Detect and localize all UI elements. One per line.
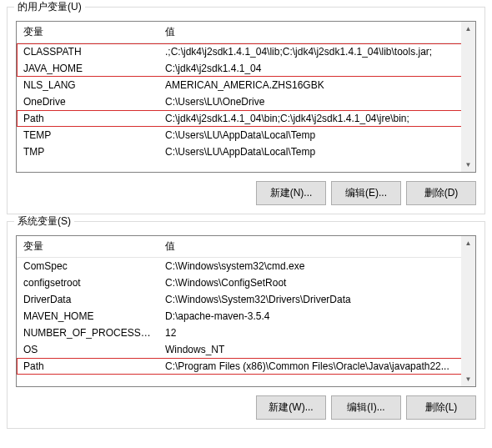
scroll-down-icon[interactable]: ▼ xyxy=(461,158,475,172)
table-row[interactable]: JAVA_HOMEC:\jdk4\j2sdk1.4.1_04 xyxy=(17,60,475,77)
scroll-down-icon[interactable]: ▼ xyxy=(461,372,475,386)
cell-variable: TEMP xyxy=(17,127,158,143)
cell-variable: CLASSPATH xyxy=(17,43,158,61)
scroll-up-icon[interactable]: ▲ xyxy=(461,236,475,250)
table-row[interactable]: NLS_LANGAMERICAN_AMERICA.ZHS16GBK xyxy=(17,77,475,93)
table-row[interactable]: TMPC:\Users\LU\AppData\Local\Temp xyxy=(17,143,475,160)
sys-new-button[interactable]: 新建(W)... xyxy=(256,395,326,420)
table-row[interactable]: PathC:\Program Files (x86)\Common Files\… xyxy=(17,358,475,375)
user-edit-button[interactable]: 编辑(E)... xyxy=(331,181,401,205)
user-col-value[interactable]: 值 xyxy=(158,22,475,43)
scroll-up-icon[interactable]: ▲ xyxy=(461,22,475,36)
cell-variable: TMP xyxy=(17,143,158,160)
cell-variable: OS xyxy=(17,341,158,358)
user-scrollbar[interactable]: ▲ ▼ xyxy=(461,22,475,172)
cell-value: C:\Windows\System32\Drivers\DriverData xyxy=(158,291,475,308)
sys-delete-button[interactable]: 删除(L) xyxy=(406,395,476,420)
cell-value: C:\Program Files (x86)\Common Files\Orac… xyxy=(158,358,475,375)
cell-value: C:\Users\LU\AppData\Local\Temp xyxy=(158,127,475,143)
table-row[interactable]: ComSpecC:\Windows\system32\cmd.exe xyxy=(17,258,475,275)
sys-col-value[interactable]: 值 xyxy=(158,236,475,258)
table-row[interactable]: DriverDataC:\Windows\System32\Drivers\Dr… xyxy=(17,291,475,308)
table-row[interactable]: OSWindows_NT xyxy=(17,341,475,358)
cell-variable: OneDrive xyxy=(17,93,158,110)
cell-value: 12 xyxy=(158,325,475,341)
cell-value: C:\jdk4\j2sdk1.4.1_04\bin;C:\jdk4\j2sdk1… xyxy=(158,110,475,127)
cell-variable: Path xyxy=(17,358,158,375)
sys-scrollbar[interactable]: ▲ ▼ xyxy=(461,236,475,386)
table-row[interactable]: configsetrootC:\Windows\ConfigSetRoot xyxy=(17,274,475,291)
table-row[interactable]: CLASSPATH.;C:\jdk4\j2sdk1.4.1_04\lib;C:\… xyxy=(17,43,475,61)
user-variables-group: 的用户变量(U) 变量 值 CLASSPATH.;C:\jdk4\j2sdk1.… xyxy=(7,7,485,214)
cell-value: C:\Users\LU\AppData\Local\Temp xyxy=(158,143,475,160)
sys-edit-button[interactable]: 编辑(I)... xyxy=(331,395,401,420)
cell-variable: Path xyxy=(17,110,158,127)
cell-variable: NLS_LANG xyxy=(17,77,158,93)
user-button-row: 新建(N)... 编辑(E)... 删除(D) xyxy=(16,181,476,205)
cell-value: C:\Windows\system32\cmd.exe xyxy=(158,258,475,275)
cell-variable: DriverData xyxy=(17,291,158,308)
sys-col-variable[interactable]: 变量 xyxy=(17,236,158,258)
sys-button-row: 新建(W)... 编辑(I)... 删除(L) xyxy=(16,395,476,420)
cell-value: D:\apache-maven-3.5.4 xyxy=(158,308,475,325)
user-variables-table[interactable]: 变量 值 CLASSPATH.;C:\jdk4\j2sdk1.4.1_04\li… xyxy=(17,22,475,160)
user-new-button[interactable]: 新建(N)... xyxy=(256,181,326,205)
system-variables-title: 系统变量(S) xyxy=(14,214,74,229)
system-variables-table[interactable]: 变量 值 ComSpecC:\Windows\system32\cmd.exec… xyxy=(17,236,475,375)
system-variables-table-container: 变量 值 ComSpecC:\Windows\system32\cmd.exec… xyxy=(16,235,476,387)
cell-variable: NUMBER_OF_PROCESSORS xyxy=(17,325,158,341)
cell-variable: ComSpec xyxy=(17,258,158,275)
table-row[interactable]: NUMBER_OF_PROCESSORS12 xyxy=(17,325,475,341)
user-variables-table-container: 变量 值 CLASSPATH.;C:\jdk4\j2sdk1.4.1_04\li… xyxy=(16,21,476,173)
table-row[interactable]: PathC:\jdk4\j2sdk1.4.1_04\bin;C:\jdk4\j2… xyxy=(17,110,475,127)
user-delete-button[interactable]: 删除(D) xyxy=(406,181,476,205)
cell-variable: configsetroot xyxy=(17,274,158,291)
table-row[interactable]: OneDriveC:\Users\LU\OneDrive xyxy=(17,93,475,110)
system-variables-group: 系统变量(S) 变量 值 ComSpecC:\Windows\system32\… xyxy=(7,221,485,429)
cell-value: .;C:\jdk4\j2sdk1.4.1_04\lib;C:\jdk4\j2sd… xyxy=(158,43,475,61)
cell-value: C:\Users\LU\OneDrive xyxy=(158,93,475,110)
cell-value: C:\Windows\ConfigSetRoot xyxy=(158,274,475,291)
cell-value: AMERICAN_AMERICA.ZHS16GBK xyxy=(158,77,475,93)
cell-variable: MAVEN_HOME xyxy=(17,308,158,325)
table-row[interactable]: MAVEN_HOMED:\apache-maven-3.5.4 xyxy=(17,308,475,325)
user-col-variable[interactable]: 变量 xyxy=(17,22,158,43)
cell-value: Windows_NT xyxy=(158,341,475,358)
table-row[interactable]: TEMPC:\Users\LU\AppData\Local\Temp xyxy=(17,127,475,143)
cell-value: C:\jdk4\j2sdk1.4.1_04 xyxy=(158,60,475,77)
user-variables-title: 的用户变量(U) xyxy=(14,0,85,14)
cell-variable: JAVA_HOME xyxy=(17,60,158,77)
